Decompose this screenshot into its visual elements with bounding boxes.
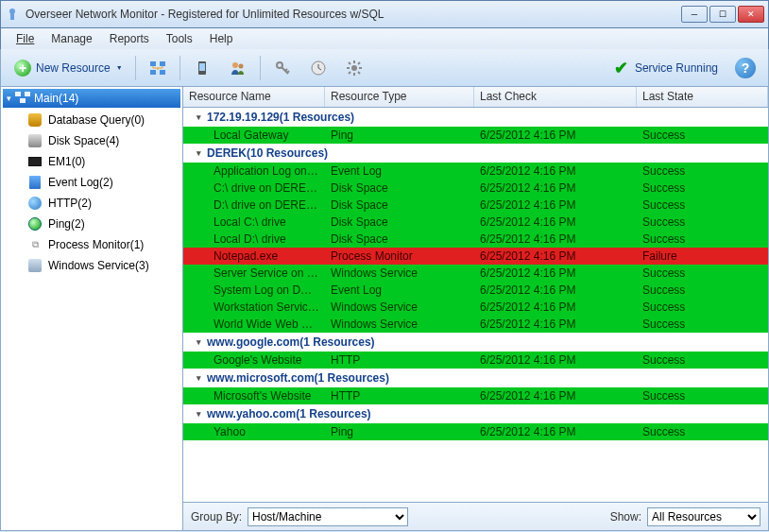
- data-row[interactable]: D:\ drive on DEREK via ...Disk Space6/25…: [183, 197, 768, 214]
- chevron-down-icon: ▾: [197, 373, 201, 383]
- col-last-state[interactable]: Last State: [637, 87, 768, 107]
- cell-check: 6/25/2012 4:16 PM: [474, 215, 637, 229]
- cell-name: Microsoft's Website: [197, 389, 325, 403]
- tree-root-main[interactable]: ▾ Main(14): [3, 89, 180, 108]
- grid-header: Resource Name Resource Type Last Check L…: [183, 87, 768, 108]
- cell-state: Success: [637, 317, 768, 331]
- sidebar-item-em1[interactable]: EM1(0): [3, 151, 180, 172]
- window-title: Overseer Network Monitor - Registered fo…: [26, 8, 681, 21]
- data-row[interactable]: Application Log on DEREKEvent Log6/25/20…: [183, 163, 768, 180]
- sidebar-item-label: Ping(2): [48, 217, 85, 231]
- menu-file[interactable]: File: [9, 30, 42, 47]
- cell-type: Event Log: [325, 164, 474, 178]
- new-resource-button[interactable]: + New Resource ▼: [7, 54, 129, 82]
- menu-reports[interactable]: Reports: [102, 30, 157, 47]
- sidebar-item-http[interactable]: HTTP(2): [3, 193, 180, 214]
- toolbar-btn-5[interactable]: [302, 54, 334, 82]
- service-running-button[interactable]: ✔ Service Running: [606, 54, 725, 82]
- cell-state: Success: [637, 164, 768, 178]
- minimize-button[interactable]: ─: [681, 6, 708, 23]
- group-row[interactable]: ▾172.19.19.129(1 Resources): [183, 108, 768, 127]
- cell-type: Ping: [325, 129, 474, 142]
- menubar: File Manage Reports Tools Help: [0, 28, 769, 49]
- cell-type: Windows Service: [325, 266, 474, 280]
- http-icon: [27, 196, 43, 211]
- toolbar-btn-3[interactable]: [222, 54, 254, 82]
- sidebar: ▾ Main(14) Database Query(0)Disk Space(4…: [1, 87, 183, 530]
- sidebar-item-eventlog[interactable]: Event Log(2): [3, 172, 180, 193]
- close-button[interactable]: ✕: [738, 6, 764, 23]
- col-resource-name[interactable]: Resource Name: [183, 87, 325, 107]
- group-row[interactable]: ▾www.google.com(1 Resources): [183, 333, 768, 352]
- data-row[interactable]: Server Service on DEREKWindows Service6/…: [183, 265, 768, 282]
- col-resource-type[interactable]: Resource Type: [325, 87, 474, 107]
- group-row[interactable]: ▾DEREK(10 Resources): [183, 144, 768, 163]
- col-last-check[interactable]: Last Check: [474, 87, 637, 107]
- group-title: www.microsoft.com(1 Resources): [207, 371, 389, 385]
- svg-rect-22: [25, 92, 30, 96]
- group-row[interactable]: ▾www.yahoo.com(1 Resources): [183, 404, 768, 423]
- chevron-down-icon: ▼: [116, 64, 123, 71]
- data-row[interactable]: Workstation Service on...Windows Service…: [183, 299, 768, 316]
- menu-help[interactable]: Help: [202, 30, 241, 47]
- sidebar-item-disk[interactable]: Disk Space(4): [3, 130, 180, 151]
- show-select[interactable]: All Resources: [647, 507, 760, 526]
- cell-check: 6/25/2012 4:16 PM: [474, 283, 637, 297]
- ping-icon: [27, 216, 43, 232]
- data-row[interactable]: World Wide Web Servic...Windows Service6…: [183, 316, 768, 333]
- chevron-down-icon: ▾: [7, 94, 11, 103]
- cell-name: Application Log on DEREK: [197, 164, 325, 178]
- data-row[interactable]: Google's WebsiteHTTP6/25/2012 4:16 PMSuc…: [183, 352, 768, 369]
- cell-name: Server Service on DEREK: [197, 266, 325, 280]
- grid-body[interactable]: ▾172.19.19.129(1 Resources)Local Gateway…: [183, 108, 768, 502]
- key-icon: [273, 59, 292, 77]
- cell-type: HTTP: [325, 389, 474, 403]
- new-resource-label: New Resource: [36, 61, 111, 75]
- content-pane: Resource Name Resource Type Last Check L…: [183, 87, 768, 530]
- svg-rect-4: [150, 70, 156, 75]
- group-by-select[interactable]: Host/Machine: [248, 507, 408, 526]
- data-row[interactable]: System Log on DEREKEvent Log6/25/2012 4:…: [183, 282, 768, 299]
- data-row[interactable]: C:\ drive on DEREK via ...Disk Space6/25…: [183, 180, 768, 197]
- data-row[interactable]: Notepad.exeProcess Monitor6/25/2012 4:16…: [183, 248, 768, 265]
- menu-tools[interactable]: Tools: [159, 30, 200, 47]
- help-button[interactable]: ?: [728, 54, 762, 82]
- cell-check: 6/25/2012 4:16 PM: [474, 181, 637, 195]
- cell-name: Workstation Service on...: [197, 300, 325, 314]
- cell-state: Success: [637, 300, 768, 314]
- toolbar-btn-1[interactable]: [142, 54, 174, 82]
- sidebar-item-process[interactable]: ⧉Process Monitor(1): [3, 234, 180, 255]
- data-row[interactable]: Local C:\ driveDisk Space6/25/2012 4:16 …: [183, 214, 768, 231]
- svg-line-19: [349, 72, 350, 74]
- sidebar-item-database[interactable]: Database Query(0): [3, 110, 180, 130]
- sidebar-item-label: Disk Space(4): [48, 134, 119, 147]
- winservice-icon: [27, 258, 43, 273]
- cell-type: Windows Service: [325, 317, 474, 331]
- group-by-label: Group By:: [191, 510, 242, 523]
- cell-name: D:\ drive on DEREK via ...: [197, 198, 325, 212]
- data-row[interactable]: Microsoft's WebsiteHTTP6/25/2012 4:16 PM…: [183, 387, 768, 404]
- cell-type: Event Log: [325, 283, 474, 297]
- network-icon: [15, 92, 30, 106]
- cell-check: 6/25/2012 4:16 PM: [474, 425, 637, 438]
- plus-icon: +: [13, 59, 32, 77]
- data-row[interactable]: Local GatewayPing6/25/2012 4:16 PMSucces…: [183, 127, 768, 144]
- toolbar-btn-2[interactable]: [186, 54, 218, 82]
- toolbar-btn-4[interactable]: [266, 54, 299, 82]
- sidebar-item-label: Process Monitor(1): [48, 238, 144, 251]
- cell-check: 6/25/2012 4:16 PM: [474, 266, 637, 280]
- toolbar-btn-6[interactable]: [338, 54, 370, 82]
- sidebar-item-winservice[interactable]: Windows Service(3): [3, 255, 180, 276]
- sidebar-item-ping[interactable]: Ping(2): [3, 214, 180, 234]
- maximize-button[interactable]: ☐: [709, 6, 736, 23]
- cell-state: Success: [637, 353, 768, 367]
- group-row[interactable]: ▾www.microsoft.com(1 Resources): [183, 369, 768, 387]
- sidebar-item-label: Windows Service(3): [48, 259, 149, 272]
- cell-type: Disk Space: [325, 181, 474, 195]
- cell-state: Failure: [637, 249, 768, 263]
- menu-manage[interactable]: Manage: [43, 30, 99, 47]
- data-row[interactable]: YahooPing6/25/2012 4:16 PMSuccess: [183, 423, 768, 440]
- data-row[interactable]: Local D:\ driveDisk Space6/25/2012 4:16 …: [183, 231, 768, 248]
- chevron-down-icon: ▾: [197, 148, 201, 158]
- cell-state: Success: [637, 283, 768, 297]
